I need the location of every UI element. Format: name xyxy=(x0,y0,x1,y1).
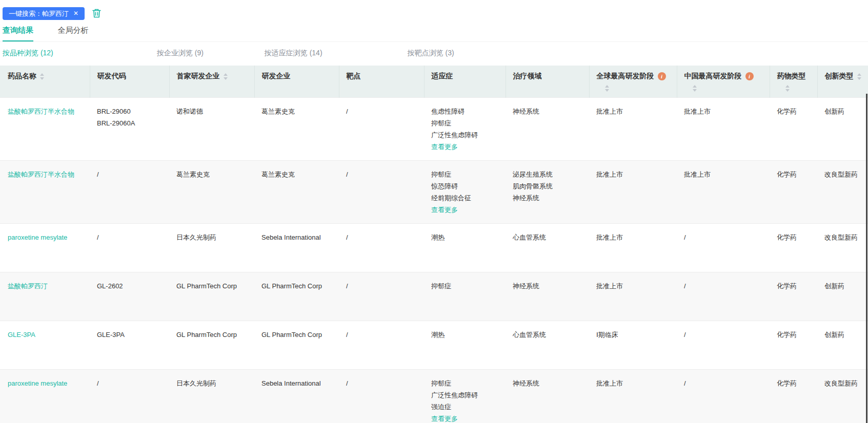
column-label: 药物类型 xyxy=(777,72,806,81)
innovation-type: 创新药 xyxy=(824,105,868,117)
tab-label: 查询结果 xyxy=(3,26,33,41)
drug-name-link[interactable]: 盐酸帕罗西汀半水合物 xyxy=(8,168,74,180)
target: / xyxy=(346,280,419,292)
global-highest-stage: 批准上市 xyxy=(596,280,672,292)
view-more-link[interactable]: 查看更多 xyxy=(431,413,458,423)
column-header-therapy-area[interactable]: 治疗领域 xyxy=(506,66,589,97)
browse-tabbar: 按品种浏览 (12) 按企业浏览 (9) 按适应症浏览 (14) 按靶点浏览 (… xyxy=(0,49,868,58)
china-highest-stage: / xyxy=(684,377,764,389)
sort-icon[interactable] xyxy=(785,85,790,92)
tab-query-results[interactable]: 查询结果 xyxy=(3,26,55,41)
developer: GL PharmTech Corp xyxy=(261,329,334,341)
subtab-by-company[interactable]: 按企业浏览 (9) xyxy=(157,49,263,58)
first-developer: GL PharmTech Corp xyxy=(176,329,249,341)
view-more-link[interactable]: 查看更多 xyxy=(431,141,458,153)
view-more-link[interactable]: 查看更多 xyxy=(431,204,458,216)
info-icon[interactable]: i xyxy=(745,72,754,80)
rd-code: GL-2602 xyxy=(97,280,164,292)
indication: 惊恐障碍 xyxy=(431,180,500,192)
therapy-area: 神经系统 xyxy=(513,192,584,204)
therapy-area: 心血管系统 xyxy=(513,329,584,341)
column-header-drug-type[interactable]: 药物类型 xyxy=(770,66,817,97)
target: / xyxy=(346,105,419,117)
filter-bar: 一键搜索：帕罗西汀 ✕ xyxy=(0,0,868,21)
target: / xyxy=(346,329,419,341)
drug-type: 化学药 xyxy=(777,377,812,389)
subtab-by-indication[interactable]: 按适应症浏览 (14) xyxy=(265,49,406,58)
drug-name-link[interactable]: GLE-3PA xyxy=(8,329,35,341)
sort-icon[interactable] xyxy=(857,73,861,80)
table-row: 盐酸帕罗西汀GL-2602GL PharmTech CorpGL PharmTe… xyxy=(0,272,868,321)
therapy-area: 神经系统 xyxy=(513,377,584,389)
target: / xyxy=(346,168,419,180)
drug-type: 化学药 xyxy=(777,231,812,243)
sort-icon[interactable] xyxy=(224,73,228,80)
drug-name-link[interactable]: 盐酸帕罗西汀 xyxy=(8,280,48,292)
column-header-target[interactable]: 靶点 xyxy=(339,66,424,97)
info-icon[interactable]: i xyxy=(658,72,666,80)
sort-icon[interactable] xyxy=(605,85,609,92)
innovation-type: 改良型新药 xyxy=(824,231,868,243)
indication: 抑郁症 xyxy=(431,377,500,389)
column-header-drug-name[interactable]: 药品名称 xyxy=(0,66,90,97)
drug-type: 化学药 xyxy=(777,105,812,117)
indication: 抑郁症 xyxy=(431,117,500,129)
innovation-type: 创新药 xyxy=(824,329,868,341)
column-label: 首家研发企业 xyxy=(177,72,220,81)
sort-icon[interactable] xyxy=(40,73,44,80)
therapy-area: 心血管系统 xyxy=(513,231,584,243)
china-highest-stage: / xyxy=(684,329,764,341)
column-header-developer[interactable]: 研发企业 xyxy=(254,66,339,97)
rd-code: GLE-3PA xyxy=(97,329,164,341)
table-row: GLE-3PAGLE-3PAGL PharmTech CorpGL PharmT… xyxy=(0,321,868,369)
first-developer: 葛兰素史克 xyxy=(176,168,249,180)
tag-close-icon[interactable]: ✕ xyxy=(73,10,78,16)
drug-type: 化学药 xyxy=(777,168,812,180)
column-header-global-stage[interactable]: 全球最高研发阶段 i xyxy=(589,66,677,97)
drug-name-link[interactable]: 盐酸帕罗西汀半水合物 xyxy=(8,105,74,117)
global-highest-stage: 批准上市 xyxy=(596,168,672,180)
subtab-by-target[interactable]: 按靶点浏览 (3) xyxy=(408,49,454,58)
innovation-type: 改良型新药 xyxy=(824,377,868,389)
subtab-by-variety[interactable]: 按品种浏览 (12) xyxy=(3,49,155,58)
rd-code: BRL-29060A xyxy=(97,117,164,129)
trash-icon xyxy=(92,8,102,18)
column-label: 全球最高研发阶段 xyxy=(597,72,654,81)
column-header-rd-code[interactable]: 研发代码 xyxy=(90,66,169,97)
column-header-innovation-type[interactable]: 创新类型 xyxy=(817,66,868,97)
developer: Sebela International xyxy=(261,231,334,243)
table-header-row: 药品名称 研发代码 首家研发企业 研发企业 靶点 适应症 xyxy=(0,66,868,97)
column-label: 创新类型 xyxy=(825,72,854,81)
target: / xyxy=(346,377,419,389)
drug-name-link[interactable]: paroxetine mesylate xyxy=(8,377,67,389)
china-highest-stage: 批准上市 xyxy=(684,168,764,180)
developer: Sebela International xyxy=(261,377,334,389)
indication: 强迫症 xyxy=(431,401,500,413)
search-tag[interactable]: 一键搜索：帕罗西汀 ✕ xyxy=(3,7,85,20)
results-table-container: 药品名称 研发代码 首家研发企业 研发企业 靶点 适应症 xyxy=(0,66,868,423)
column-header-first-developer[interactable]: 首家研发企业 xyxy=(169,66,254,97)
column-label: 研发代码 xyxy=(97,72,126,81)
rd-code: BRL-29060 xyxy=(97,105,164,117)
clear-filters-button[interactable] xyxy=(92,8,102,18)
china-highest-stage: / xyxy=(684,231,764,243)
column-header-indication[interactable]: 适应症 xyxy=(424,66,506,97)
first-developer: 诺和诺德 xyxy=(176,105,249,117)
therapy-area: 神经系统 xyxy=(513,280,584,292)
column-label: 研发企业 xyxy=(262,72,291,81)
rd-code: / xyxy=(97,377,164,389)
sort-icon[interactable] xyxy=(693,85,697,92)
global-highest-stage: Ⅰ期临床 xyxy=(596,329,672,341)
first-developer: 日本久光制药 xyxy=(176,377,249,389)
indication: 广泛性焦虑障碍 xyxy=(431,389,500,401)
tab-global-analysis[interactable]: 全局分析 xyxy=(57,26,110,41)
table-row: 盐酸帕罗西汀半水合物BRL-29060BRL-29060A诺和诺德葛兰素史克/焦… xyxy=(0,97,868,160)
developer: 葛兰素史克 xyxy=(261,105,334,117)
column-header-china-stage[interactable]: 中国最高研发阶段 i xyxy=(677,66,770,97)
scrollbar[interactable] xyxy=(866,94,867,423)
indication: 经前期综合征 xyxy=(431,192,500,204)
global-highest-stage: 批准上市 xyxy=(596,105,672,117)
indication: 抑郁症 xyxy=(431,168,500,180)
drug-name-link[interactable]: paroxetine mesylate xyxy=(8,231,67,243)
first-developer: GL PharmTech Corp xyxy=(176,280,249,292)
